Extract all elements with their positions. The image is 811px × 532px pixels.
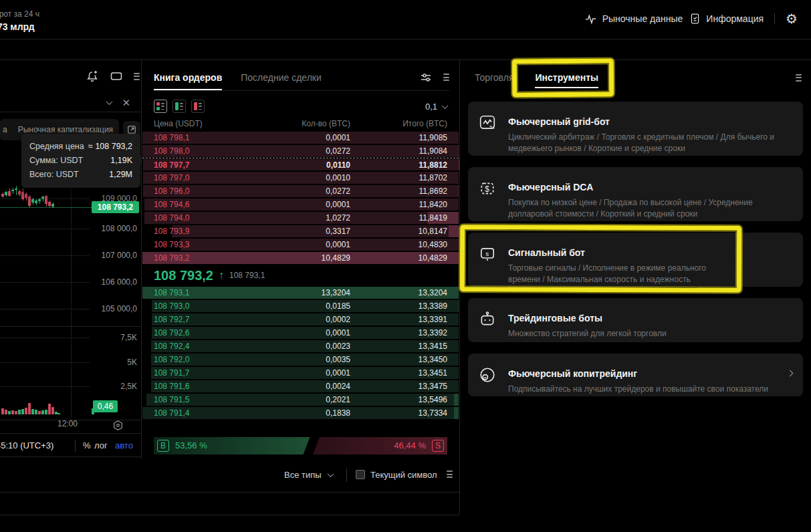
- orderbook-ask-row[interactable]: 108 798,00,027211,9084: [142, 144, 459, 158]
- trading-app: орот за 24 ч ,73 млрд Рыночные данные Ин…: [0, 0, 811, 532]
- orderbook-ask-row[interactable]: 108 793,30,000110,4830: [142, 238, 459, 251]
- current-symbol-checkbox[interactable]: [356, 470, 365, 479]
- card-futures-copy-trading[interactable]: Фьючерсный копитрейдинг Подписывайтесь н…: [468, 354, 803, 396]
- qty-cell: 0,0001: [250, 240, 350, 249]
- volume-bar: [41, 410, 44, 414]
- orderbook-layout-asks-icon[interactable]: [191, 100, 205, 113]
- total-cell: 11,9084: [350, 146, 447, 156]
- orderbook-bid-row[interactable]: 108 791,60,002413,3475: [142, 380, 459, 393]
- market-data-button[interactable]: Рыночные данные: [585, 13, 683, 25]
- card-title: Фьючерсный grid-бот: [508, 116, 610, 127]
- card-trading-bots[interactable]: Трейдинговые боты Множество стратегий дл…: [468, 298, 803, 342]
- svg-text:s: s: [485, 250, 489, 257]
- orderbook-ask-row[interactable]: 108 794,01,027211,8419: [142, 211, 459, 225]
- total-cell: 11,8419: [350, 213, 447, 223]
- tab-recent-trades[interactable]: Последние сделки: [241, 64, 322, 90]
- tools-drag-handle[interactable]: [796, 74, 802, 82]
- card-title: Фьючерсный копитрейдинг: [508, 368, 637, 379]
- volume-bar: [51, 407, 54, 414]
- orderbook-layout-both-icon[interactable]: [154, 100, 167, 113]
- price-cell: 108 791,4: [154, 408, 250, 418]
- orderbook-ask-row[interactable]: 108 793,210,482910,4829: [142, 251, 459, 265]
- last-price: 108 793,2: [154, 268, 213, 283]
- amount-bar: [454, 394, 459, 406]
- info-button[interactable]: Информация: [689, 13, 764, 25]
- card-futures-dca[interactable]: $ Фьючерсный DCA Покупка по низкой цене …: [468, 167, 803, 221]
- volume-bar: [31, 409, 34, 414]
- all-types-dropdown[interactable]: Все типы: [284, 470, 333, 480]
- price-up-arrow-icon: ↑: [219, 269, 224, 281]
- precision-selector[interactable]: 0,1: [425, 102, 447, 112]
- orderbook-bid-row[interactable]: 108 792,40,002313,3415: [142, 340, 459, 353]
- volume-bar: [35, 410, 37, 414]
- price-cell: 108 792,0: [154, 355, 250, 364]
- price-cell: 108 797,7: [154, 160, 250, 170]
- tab-trade[interactable]: Торговля: [475, 64, 513, 91]
- orderbook-bid-row[interactable]: 108 792,00,003513,3450: [142, 353, 459, 366]
- qty-cell: 0,0023: [250, 342, 350, 351]
- mark-price: 108 793,1: [229, 271, 265, 280]
- candlestick-chart[interactable]: 109 000,0108 000,0107 000,0106 000,0105 …: [0, 60, 141, 458]
- pulse-icon: [585, 13, 597, 25]
- candle: [35, 201, 37, 203]
- chart-tooltip: Средняя цена≈ 108 793,2 Сумма: USDT1,19K…: [21, 134, 140, 188]
- amount-bar: [458, 300, 459, 312]
- orderbook-layout-bids-icon[interactable]: [172, 100, 186, 113]
- log-scale-button[interactable]: лог: [94, 440, 108, 450]
- orderbook-ask-row[interactable]: 108 798,10,000111,9085: [142, 131, 459, 144]
- orderbook-ask-row[interactable]: 108 797,00,001011,8702: [142, 171, 459, 184]
- card-futures-grid-bot[interactable]: 5x Фьючерсный grid-бот Циклический арбит…: [468, 102, 803, 156]
- orderbook-bid-row[interactable]: 108 792,60,000113,3392: [142, 326, 459, 340]
- orderbook-ask-row[interactable]: 108 793,90,331710,8147: [142, 225, 459, 238]
- price-cell: 108 793,9: [154, 227, 250, 236]
- tooltip-sum-label: Сумма: USDT: [29, 154, 83, 168]
- svg-text:5x: 5x: [489, 125, 495, 130]
- percent-scale-button[interactable]: %: [83, 440, 91, 450]
- buy-badge: B: [157, 440, 169, 452]
- orderbook-bid-row[interactable]: 108 791,50,202113,5496: [142, 393, 459, 406]
- orderbook-bid-row[interactable]: 108 792,70,000213,3391: [142, 313, 459, 326]
- price-axis-label: 105 000,0: [102, 304, 137, 313]
- market-data-label: Рыночные данные: [602, 13, 683, 24]
- qty-cell: 0,0002: [250, 315, 350, 324]
- total-cell: 10,4829: [350, 253, 447, 263]
- card-signal-bot[interactable]: s Сигнальный бот Торговые сигналы / Испо…: [468, 233, 803, 287]
- orderbook-ask-row[interactable]: 108 796,00,027211,8692: [142, 184, 459, 198]
- bids-list: 108 793,113,320413,3204108 793,00,018513…: [142, 286, 459, 420]
- total-cell: 13,3415: [350, 342, 447, 351]
- orderbook-ask-row[interactable]: 108 797,70,011011,8812: [142, 158, 459, 171]
- qty-cell: 0,0272: [250, 146, 350, 156]
- turnover-24h-value: ,73 млрд: [0, 21, 35, 32]
- orderbook-bid-row[interactable]: 108 791,40,183813,7334: [142, 406, 459, 420]
- price-cell: 108 796,0: [154, 186, 250, 196]
- total-cell: 13,3451: [350, 368, 447, 378]
- price-cell: 108 794,6: [154, 200, 250, 209]
- volume-axis-label: 5K: [127, 358, 137, 367]
- tab-tools[interactable]: Инструменты: [535, 64, 598, 91]
- volume-bar: [8, 411, 11, 414]
- filter-bar-drag-handle[interactable]: [447, 471, 453, 478]
- sliders-filter-icon[interactable]: [419, 71, 433, 84]
- orderbook-bid-row[interactable]: 108 791,70,000113,3451: [142, 366, 459, 380]
- tab-orderbook[interactable]: Книга ордеров: [154, 64, 222, 90]
- total-cell: 11,8420: [350, 200, 447, 209]
- chart-settings-icon[interactable]: [112, 420, 124, 431]
- orderbook-bid-row[interactable]: 108 793,113,320413,3204: [142, 286, 459, 299]
- amount-bar: [449, 225, 459, 237]
- chart-bottom-toolbar: 45:10 (UTC+3) % лог авто: [0, 433, 141, 457]
- auto-scale-button[interactable]: авто: [115, 440, 133, 450]
- volume-bar: [28, 403, 31, 414]
- col-total: Итого (BTC): [350, 119, 447, 128]
- orderbook-ask-row[interactable]: 108 794,60,000111,8420: [142, 198, 459, 211]
- price-axis-label: 107 000,0: [102, 251, 137, 260]
- candle: [1, 194, 4, 196]
- last-price-row[interactable]: 108 793,2 ↑ 108 793,1: [154, 265, 447, 286]
- orderbook-bid-row[interactable]: 108 793,00,018513,3389: [142, 299, 459, 313]
- card-desc: Подписывайтесь на лучших трейдеров и пов…: [508, 384, 768, 395]
- clock-label: 45:10 (UTC+3): [0, 440, 53, 450]
- settings-gear-icon[interactable]: ⚙: [786, 12, 798, 25]
- card-desc: Множество стратегий для легкой торговли: [508, 328, 667, 340]
- volume-bar: [18, 410, 21, 414]
- amount-bar: [458, 185, 459, 197]
- orderbook-drag-handle[interactable]: [443, 74, 449, 81]
